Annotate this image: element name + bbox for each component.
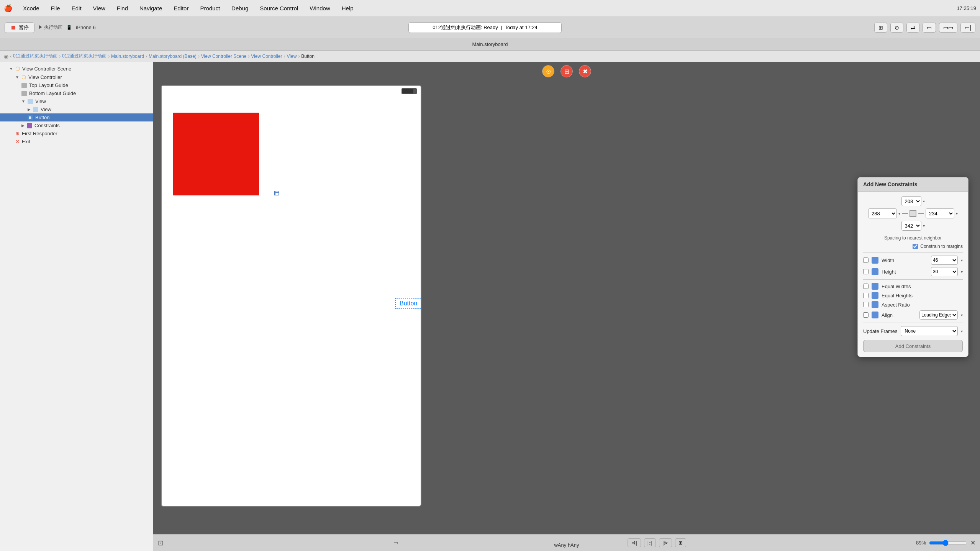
spacing-line-left xyxy=(902,213,908,214)
bottom-spacing-select[interactable]: 342 xyxy=(901,221,921,231)
sidebar-item-first-responder[interactable]: ⊕ First Responder xyxy=(0,130,153,138)
button-item-icon: B xyxy=(28,115,33,120)
height-row: Height 30 ▾ xyxy=(863,267,963,276)
divider-3 xyxy=(863,323,963,323)
button-label: Button xyxy=(35,115,50,120)
width-select[interactable]: 46 xyxy=(931,256,958,265)
split-view-2[interactable]: ▭▭ xyxy=(939,23,957,33)
align-select[interactable]: Leading Edges xyxy=(919,310,958,320)
menu-navigate[interactable]: Navigate xyxy=(137,4,164,12)
zoom-controls: 89% ✕ xyxy=(916,539,975,546)
constraints-panel: Add New Constraints 208 ▾ 288 xyxy=(857,177,969,357)
menu-product[interactable]: Product xyxy=(198,4,222,12)
status-bar: 012通过约束执行动画: Ready | Today at 17:24 xyxy=(408,22,562,33)
device-label[interactable]: iPhone 6 xyxy=(76,25,95,30)
fit-btn[interactable]: ⊞ xyxy=(675,538,686,547)
zoom-fit-icon[interactable]: ⊡ xyxy=(158,539,164,547)
height-label: Height xyxy=(882,269,928,275)
apple-logo-icon[interactable]: 🍎 xyxy=(4,4,12,13)
stop-button[interactable]: ⏹ 暂停 xyxy=(5,22,34,33)
menu-view[interactable]: View xyxy=(91,4,108,12)
menu-xcode[interactable]: Xcode xyxy=(21,4,42,12)
menu-window[interactable]: Window xyxy=(307,4,332,12)
sidebar-item-button[interactable]: B Button xyxy=(0,113,153,121)
sidebar-item-view-outer[interactable]: View xyxy=(0,97,153,105)
aspect-ratio-row: Aspect Ratio xyxy=(863,301,963,308)
back-forward[interactable]: ⇄ xyxy=(906,23,919,33)
align-icon xyxy=(872,312,878,318)
exit-icon: ✕ xyxy=(15,139,20,144)
breadcrumb-7[interactable]: View xyxy=(287,54,297,59)
width-select-arrow: ▾ xyxy=(961,258,963,262)
scheme-button[interactable]: ⊙ xyxy=(890,23,903,33)
frame-icon[interactable]: ▭ xyxy=(393,540,398,546)
constrain-margins-checkbox[interactable] xyxy=(913,244,918,249)
aspect-ratio-label: Aspect Ratio xyxy=(882,302,963,308)
canvas-toolbar: ⊙ ⊞ ✖ xyxy=(542,65,591,77)
tab-title[interactable]: Main.storyboard xyxy=(472,41,508,47)
breadcrumb-5[interactable]: View Controller Scene xyxy=(201,54,247,59)
sidebar-item-view-inner[interactable]: View xyxy=(0,105,153,113)
sidebar-item-bottom-layout[interactable]: Bottom Layout Guide xyxy=(0,89,153,97)
sidebar-item-vc-scene[interactable]: ⬡ View Controller Scene xyxy=(0,64,153,73)
spacing-middle-row: 288 ▾ 234 ▾ xyxy=(868,208,958,218)
align-left-btn[interactable]: ⫷| xyxy=(628,538,641,547)
align-center-btn[interactable]: |↕| xyxy=(644,538,656,547)
toolbar-right: ⊞ ⊙ ⇄ ▭ ▭▭ ▭| xyxy=(874,23,975,33)
view-inner-label: View xyxy=(41,107,51,112)
expand-vc-icon[interactable] xyxy=(15,75,19,79)
zoom-expand-icon[interactable]: ✕ xyxy=(970,539,975,546)
canvas-action-2[interactable]: ⊞ xyxy=(560,65,573,77)
sidebar-item-constraints[interactable]: Constraints xyxy=(0,121,153,130)
breadcrumb-6[interactable]: View Controller xyxy=(251,54,282,59)
equal-widths-checkbox[interactable] xyxy=(863,284,869,289)
top-guide-label: Top Layout Guide xyxy=(29,82,68,88)
menu-debug[interactable]: Debug xyxy=(229,4,251,12)
equal-heights-checkbox[interactable] xyxy=(863,293,869,298)
expand-arrow-icon[interactable] xyxy=(9,67,13,71)
height-checkbox[interactable] xyxy=(863,269,869,274)
update-frames-select[interactable]: None xyxy=(901,326,958,336)
breadcrumb-4[interactable]: Main.storyboard (Base) xyxy=(149,54,197,59)
equal-heights-row: Equal Heights xyxy=(863,292,963,299)
expand-view-icon[interactable] xyxy=(21,99,25,103)
zoom-slider[interactable] xyxy=(929,540,967,546)
menu-help[interactable]: Help xyxy=(339,4,356,12)
split-view-1[interactable]: ▭ xyxy=(923,23,936,33)
expand-view-inner-icon[interactable] xyxy=(28,107,31,112)
breadcrumb-1[interactable]: 012通过约束执行动画 xyxy=(13,53,57,59)
button-on-canvas[interactable]: Button xyxy=(395,298,421,309)
exit-label: Exit xyxy=(22,139,30,144)
breadcrumb-2[interactable]: 012通过约束执行动画 xyxy=(62,53,107,59)
left-spacing-select[interactable]: 288 xyxy=(868,208,897,218)
height-select[interactable]: 30 xyxy=(931,267,958,276)
align-right-btn[interactable]: |⫸ xyxy=(659,538,672,547)
add-constraints-button[interactable]: Add Constraints xyxy=(863,340,963,352)
width-checkbox[interactable] xyxy=(863,257,869,263)
size-indicator: wAny hAny xyxy=(554,542,579,548)
breadcrumb-last: Button xyxy=(301,54,315,59)
breadcrumb: ◉ ‹ 012通过约束执行动画 › 012通过约束执行动画 › Main.sto… xyxy=(0,51,980,62)
sidebar-item-top-layout[interactable]: Top Layout Guide xyxy=(0,81,153,89)
breadcrumb-3[interactable]: Main.storyboard xyxy=(111,54,144,59)
aspect-ratio-checkbox[interactable] xyxy=(863,302,869,307)
menu-source-control[interactable]: Source Control xyxy=(257,4,300,12)
menu-find[interactable]: Find xyxy=(115,4,130,12)
split-view-3[interactable]: ▭| xyxy=(960,23,975,33)
canvas-action-3[interactable]: ✖ xyxy=(579,65,591,77)
top-spacing-select[interactable]: 208 xyxy=(901,196,921,206)
layout-toggle-left[interactable]: ⊞ xyxy=(874,23,887,33)
align-checkbox[interactable] xyxy=(863,312,869,318)
align-buttons: ⫷| |↕| |⫸ ⊞ xyxy=(628,538,686,547)
right-spacing-select[interactable]: 234 xyxy=(926,208,954,218)
menu-editor[interactable]: Editor xyxy=(171,4,191,12)
menu-file[interactable]: File xyxy=(49,4,62,12)
canvas-action-1[interactable]: ⊙ xyxy=(542,65,554,77)
expand-constraints-icon[interactable] xyxy=(21,123,25,128)
sidebar-item-vc[interactable]: ⬡ View Controller xyxy=(0,73,153,81)
sidebar-item-exit[interactable]: ✕ Exit xyxy=(0,138,153,146)
spacing-center-box xyxy=(910,210,916,217)
menu-edit[interactable]: Edit xyxy=(69,4,84,12)
red-view-box[interactable] xyxy=(173,113,259,195)
height-constraint-icon xyxy=(872,268,878,275)
